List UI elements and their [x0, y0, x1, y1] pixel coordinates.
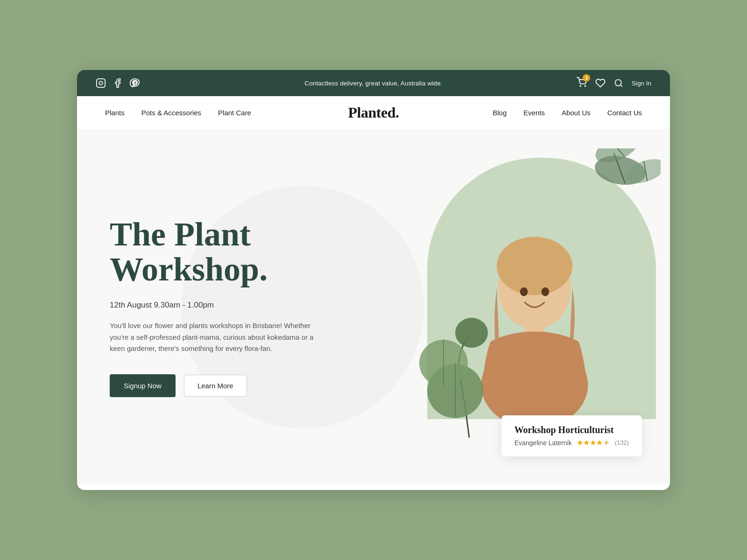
top-bar-message: Contactless delivery, great value, Austr… [304, 80, 442, 87]
nav-bar: Plants Pots & Accessories Plant Care Pla… [77, 96, 670, 130]
facebook-icon[interactable] [113, 78, 123, 88]
hero-right: Workshop Horticulturist Evangeline Later… [390, 130, 670, 484]
hero-date: 12th August 9.30am - 1.00pm [110, 301, 371, 310]
info-card: Workshop Horticulturist Evangeline Later… [501, 415, 642, 456]
social-links [96, 78, 140, 88]
star-rating: ★★★★★★ [577, 438, 610, 447]
nav-blog[interactable]: Blog [493, 109, 507, 117]
top-bar-actions: 3 Sign In [577, 77, 651, 89]
site-logo[interactable]: Planted. [348, 104, 399, 121]
nav-plants[interactable]: Plants [105, 109, 125, 117]
svg-point-1 [99, 81, 102, 84]
svg-point-4 [585, 85, 585, 86]
pinterest-icon[interactable] [129, 78, 140, 88]
nav-about[interactable]: About Us [562, 109, 591, 117]
svg-point-2 [103, 81, 104, 81]
nav-plant-care[interactable]: Plant Care [218, 109, 251, 117]
svg-point-15 [497, 237, 572, 295]
card-name: Evangeline Laternik [514, 439, 572, 447]
hero-section: The Plant Workshop. 12th August 9.30am -… [77, 130, 670, 484]
svg-point-3 [580, 85, 581, 86]
svg-line-6 [620, 85, 622, 87]
hero-description: You'll love our flower and plants worksh… [110, 320, 315, 355]
nav-events[interactable]: Events [523, 109, 545, 117]
top-bar: Contactless delivery, great value, Austr… [77, 70, 670, 96]
search-icon[interactable] [614, 78, 623, 88]
nav-right: Blog Events About Us Contact Us [493, 109, 642, 117]
instagram-icon[interactable] [96, 78, 106, 88]
svg-rect-0 [97, 79, 105, 87]
card-title: Workshop Horticulturist [514, 425, 629, 435]
card-row: Evangeline Laternik ★★★★★★ (132) [514, 438, 629, 447]
browser-window: Contactless delivery, great value, Austr… [77, 70, 670, 490]
nav-left: Plants Pots & Accessories Plant Care [105, 109, 251, 117]
hero-title: The Plant Workshop. [110, 217, 371, 287]
svg-point-18 [542, 287, 550, 296]
cart-button[interactable]: 3 [577, 77, 587, 89]
nav-contact[interactable]: Contact Us [607, 109, 642, 117]
sign-in-button[interactable]: Sign In [632, 80, 651, 87]
hero-content: The Plant Workshop. 12th August 9.30am -… [110, 217, 371, 397]
svg-point-21 [455, 318, 488, 348]
hero-buttons: Signup Now Learn More [110, 374, 371, 397]
nav-pots[interactable]: Pots & Accessories [141, 109, 201, 117]
wishlist-icon[interactable] [595, 78, 606, 88]
svg-point-17 [520, 287, 528, 296]
review-count: (132) [615, 439, 629, 446]
cart-badge: 3 [583, 74, 590, 82]
signup-button[interactable]: Signup Now [110, 374, 176, 397]
learn-more-button[interactable]: Learn More [184, 375, 247, 397]
